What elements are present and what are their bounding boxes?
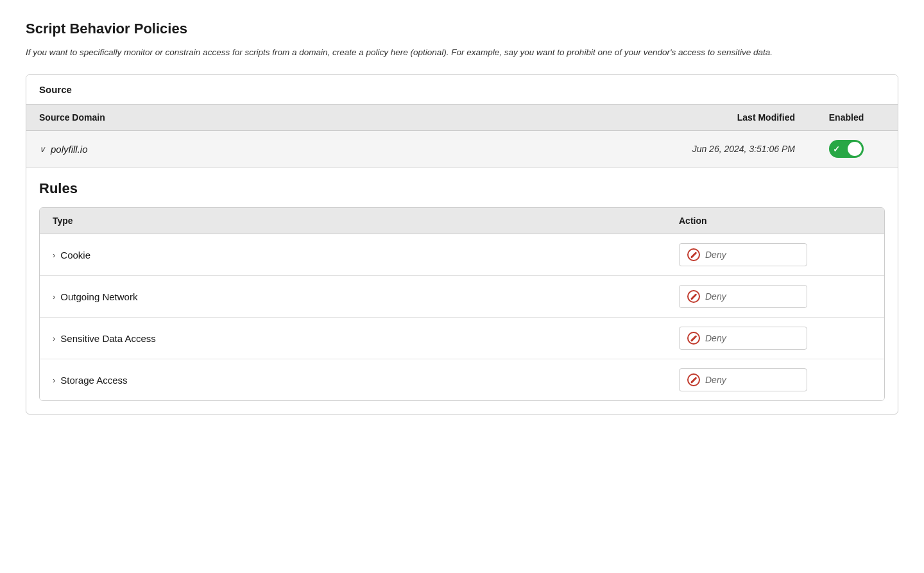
rule-action-cell[interactable]: Deny — [679, 243, 871, 266]
rule-row: › Outgoing Network Deny — [40, 276, 884, 318]
rules-card: Type Action › Cookie Deny › Outgoing Net… — [39, 207, 885, 401]
rule-row: › Cookie Deny — [40, 234, 884, 276]
rule-type-label: Storage Access — [60, 375, 127, 386]
chevron-right-icon[interactable]: › — [53, 334, 55, 343]
action-label: Deny — [705, 333, 726, 343]
source-table-card: Source Source Domain Last Modified Enabl… — [26, 74, 898, 415]
rule-row: › Sensitive Data Access Deny — [40, 318, 884, 359]
rule-type-label: Outgoing Network — [60, 291, 137, 302]
action-label: Deny — [705, 375, 726, 385]
enabled-toggle[interactable]: ✓ — [829, 140, 864, 158]
action-label: Deny — [705, 250, 726, 260]
source-domain-cell[interactable]: ∨ polyfill.io — [39, 144, 641, 155]
source-table-header: Source Domain Last Modified Enabled — [26, 105, 898, 131]
deny-icon — [687, 290, 700, 303]
deny-icon — [687, 332, 700, 345]
last-modified-cell: Jun 26, 2024, 3:51:06 PM — [641, 144, 808, 154]
rules-table-header: Type Action — [40, 208, 884, 234]
chevron-right-icon[interactable]: › — [53, 292, 55, 302]
action-badge[interactable]: Deny — [679, 368, 807, 391]
rule-type-label: Cookie — [60, 250, 90, 261]
rule-type-label: Sensitive Data Access — [60, 333, 155, 344]
source-table-row: ∨ polyfill.io Jun 26, 2024, 3:51:06 PM ✓ — [26, 131, 898, 167]
deny-icon — [687, 373, 700, 386]
action-badge[interactable]: Deny — [679, 285, 807, 308]
chevron-down-icon[interactable]: ∨ — [39, 144, 46, 154]
chevron-right-icon[interactable]: › — [53, 375, 55, 385]
rule-type-cell[interactable]: › Cookie — [53, 250, 679, 261]
domain-value: polyfill.io — [51, 144, 88, 155]
page-title: Script Behavior Policies — [26, 21, 898, 37]
rule-action-cell[interactable]: Deny — [679, 368, 871, 391]
rule-action-cell[interactable]: Deny — [679, 327, 871, 350]
last-modified-column-header: Last Modified — [641, 112, 808, 123]
rule-row: › Storage Access Deny — [40, 359, 884, 400]
rule-type-cell[interactable]: › Storage Access — [53, 375, 679, 386]
enabled-column-header: Enabled — [808, 112, 885, 123]
rule-type-cell[interactable]: › Outgoing Network — [53, 291, 679, 302]
action-badge[interactable]: Deny — [679, 327, 807, 350]
type-column-header: Type — [53, 216, 679, 226]
source-domain-column-header: Source Domain — [39, 112, 641, 123]
deny-icon — [687, 248, 700, 261]
page-description: If you want to specifically monitor or c… — [26, 46, 898, 59]
toggle-knob — [848, 142, 862, 156]
rules-rows-container: › Cookie Deny › Outgoing Network Deny — [40, 234, 884, 400]
rules-section: Rules Type Action › Cookie Deny › — [26, 167, 898, 401]
rules-title: Rules — [39, 180, 885, 197]
action-column-header: Action — [679, 216, 871, 226]
rule-type-cell[interactable]: › Sensitive Data Access — [53, 333, 679, 344]
chevron-right-icon[interactable]: › — [53, 250, 55, 260]
toggle-checkmark-icon: ✓ — [833, 144, 840, 154]
source-section-header: Source — [26, 75, 898, 105]
action-badge[interactable]: Deny — [679, 243, 807, 266]
enabled-cell[interactable]: ✓ — [808, 140, 885, 158]
action-label: Deny — [705, 291, 726, 302]
rule-action-cell[interactable]: Deny — [679, 285, 871, 308]
